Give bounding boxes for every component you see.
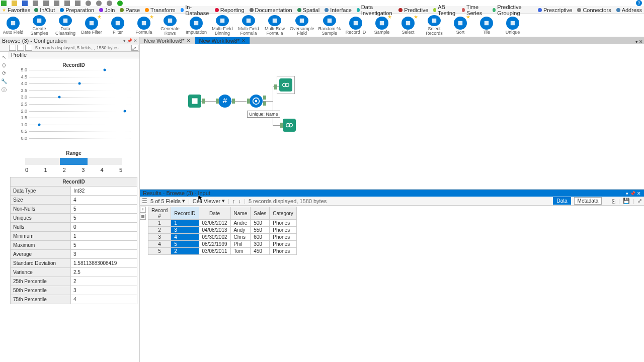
layout-btn-1[interactable] bbox=[9, 45, 16, 51]
tool-generate-rows[interactable]: GenerateRows bbox=[159, 15, 181, 36]
sort-asc-icon[interactable]: ↑ bbox=[232, 198, 235, 204]
output-anchor[interactable] bbox=[232, 99, 235, 104]
new-icon[interactable] bbox=[1, 1, 7, 6]
results-menu-icon[interactable]: ▾ bbox=[626, 191, 628, 196]
input-anchor[interactable] bbox=[247, 99, 250, 104]
tool-date-filter[interactable]: Date Filter★ bbox=[80, 15, 103, 36]
output-anchor-u[interactable] bbox=[263, 96, 266, 100]
tool-formula[interactable]: Formula★ bbox=[133, 15, 155, 36]
workflow-tab[interactable]: New Workflow6*✕ bbox=[140, 37, 195, 44]
open-icon[interactable] bbox=[12, 1, 17, 6]
browse-node-2[interactable] bbox=[283, 119, 296, 132]
column-header[interactable]: Category bbox=[270, 207, 297, 220]
field-count[interactable]: 5 of 5 Fields bbox=[150, 198, 181, 204]
wrench-icon[interactable]: 🔧 bbox=[1, 78, 7, 84]
input-anchor[interactable] bbox=[280, 123, 283, 128]
category-predictive-grouping[interactable]: Predictive Grouping bbox=[493, 4, 532, 16]
results-close-icon[interactable]: ✕ bbox=[637, 191, 641, 196]
column-header[interactable]: Sales bbox=[251, 207, 270, 220]
input-data-node[interactable] bbox=[188, 95, 201, 108]
results-pin-icon[interactable]: 📌 bbox=[630, 191, 635, 196]
category-spatial[interactable]: Spatial bbox=[297, 4, 320, 16]
category-reporting[interactable]: Reporting bbox=[215, 4, 245, 16]
table-row[interactable]: 1102/08/2012Andre500Phones bbox=[148, 220, 297, 227]
close-icon[interactable]: ✕ bbox=[133, 38, 137, 43]
layout-btn-2[interactable] bbox=[17, 45, 24, 51]
workflow-tab[interactable]: New Workflow8*✕ bbox=[195, 37, 251, 44]
category-ab-testing[interactable]: AB Testing bbox=[433, 4, 457, 16]
tab-close-icon[interactable]: ✕ bbox=[242, 38, 246, 43]
tool-auto-field[interactable]: Auto Field bbox=[2, 15, 24, 36]
favorites-category[interactable]: ★ Favorites bbox=[2, 7, 30, 13]
category-prescriptive[interactable]: Prescriptive bbox=[538, 4, 572, 16]
category-parse[interactable]: Parse bbox=[120, 4, 140, 16]
tool-data-cleansing[interactable]: DataCleansing bbox=[54, 15, 76, 36]
range-slider[interactable] bbox=[25, 158, 122, 165]
pointer-icon[interactable]: ↖ bbox=[1, 54, 7, 60]
profile-tab[interactable]: Profile bbox=[8, 52, 139, 58]
table-row[interactable]: 3409/30/2002Chris600Phones bbox=[148, 234, 297, 241]
help-icon[interactable]: ? bbox=[636, 0, 642, 6]
pin-icon[interactable]: ▾ bbox=[123, 38, 126, 43]
tab-close-icon[interactable]: ✕ bbox=[187, 38, 191, 43]
tab-menu-icon[interactable]: ▾ bbox=[635, 39, 638, 44]
actions-icon[interactable]: ⋮ bbox=[140, 207, 146, 213]
workflow-canvas[interactable]: # Unique: Name bbox=[140, 44, 644, 189]
tool-filter[interactable]: Filter bbox=[107, 15, 129, 36]
save-icon[interactable] bbox=[22, 1, 28, 6]
tool-create-samples[interactable]: CreateSamples bbox=[28, 15, 50, 36]
tool-multi-field-binning[interactable]: Multi-FieldBinning bbox=[211, 15, 233, 36]
expand-btn[interactable]: ⤢ bbox=[131, 45, 138, 51]
tool-record-id[interactable]: Record ID bbox=[345, 15, 367, 36]
output-anchor[interactable] bbox=[202, 99, 205, 104]
pin2-icon[interactable]: 📌 bbox=[127, 38, 132, 43]
category-preparation[interactable]: Preparation bbox=[60, 4, 94, 16]
record-id-node[interactable]: # bbox=[218, 95, 231, 108]
category-connectors[interactable]: Connectors bbox=[577, 4, 611, 16]
sort-desc-icon[interactable]: ↓ bbox=[238, 198, 242, 204]
tool-unique[interactable]: Unique bbox=[502, 15, 524, 36]
layout-btn-3[interactable] bbox=[25, 45, 32, 51]
table-row[interactable]: 2304/08/2013Andy550Phones bbox=[148, 227, 297, 234]
info-icon[interactable]: ⓘ bbox=[1, 86, 7, 93]
tool-imputation[interactable]: Imputation bbox=[185, 15, 207, 36]
tool-multi-row-formula[interactable]: Multi-RowFormula bbox=[264, 15, 286, 36]
dropdown-icon[interactable]: ▾ bbox=[222, 198, 225, 204]
column-header[interactable]: Name bbox=[230, 207, 251, 220]
table-row[interactable]: 5203/08/2011Tom450Phones bbox=[148, 248, 297, 255]
tool-oversample-field[interactable]: OversampleField bbox=[290, 15, 314, 36]
tabs-close-icon[interactable]: ✕ bbox=[639, 39, 643, 44]
table-row[interactable]: 4508/22/1999Phil300Phones bbox=[148, 241, 297, 248]
browse-node-selected[interactable] bbox=[277, 76, 295, 94]
tool-select[interactable]: Select★ bbox=[397, 15, 419, 36]
code-icon[interactable]: ⟨⟩ bbox=[1, 62, 7, 68]
input-anchor[interactable] bbox=[274, 84, 277, 89]
refresh-icon[interactable]: ⟳ bbox=[1, 70, 7, 76]
tool-sample[interactable]: Sample★ bbox=[371, 15, 393, 36]
popout-icon[interactable]: ⤢ bbox=[637, 198, 642, 204]
results-data-grid[interactable]: Record #RecordIDDateNameSalesCategory110… bbox=[148, 207, 297, 255]
input-anchor[interactable] bbox=[216, 99, 219, 104]
metadata-tab-button[interactable]: Metadata bbox=[574, 197, 602, 205]
column-header[interactable]: RecordID bbox=[171, 207, 199, 220]
category-in-out[interactable]: In/Out bbox=[34, 4, 55, 16]
tool-multi-field-formula[interactable]: Multi-FieldFormula bbox=[237, 15, 260, 36]
copy-icon[interactable]: ⎘ bbox=[612, 198, 615, 204]
tool-sort[interactable]: Sort★ bbox=[449, 15, 471, 36]
category-interface[interactable]: Interface bbox=[325, 4, 352, 16]
tool-tile[interactable]: Tile bbox=[475, 15, 498, 36]
save-icon[interactable]: 💾 bbox=[623, 198, 630, 204]
column-header[interactable]: Date bbox=[199, 207, 230, 220]
dropdown-icon[interactable]: ▾ bbox=[182, 198, 185, 204]
tool-select-records[interactable]: SelectRecords bbox=[423, 15, 445, 36]
list-icon[interactable]: ☰ bbox=[142, 198, 147, 205]
data-tab-button[interactable]: Data bbox=[553, 197, 571, 205]
tool-random-sample[interactable]: Random %Sample bbox=[318, 15, 341, 36]
category-in-database[interactable]: In-Database bbox=[181, 4, 210, 16]
output-anchor-d[interactable] bbox=[263, 102, 266, 106]
category-documentation[interactable]: Documentation bbox=[250, 4, 292, 16]
unique-node[interactable] bbox=[250, 95, 263, 108]
column-header[interactable]: Record # bbox=[148, 207, 171, 220]
grid-icon[interactable]: ▦ bbox=[140, 214, 146, 220]
cell-viewer-btn[interactable]: Cell Viewer bbox=[193, 198, 220, 204]
